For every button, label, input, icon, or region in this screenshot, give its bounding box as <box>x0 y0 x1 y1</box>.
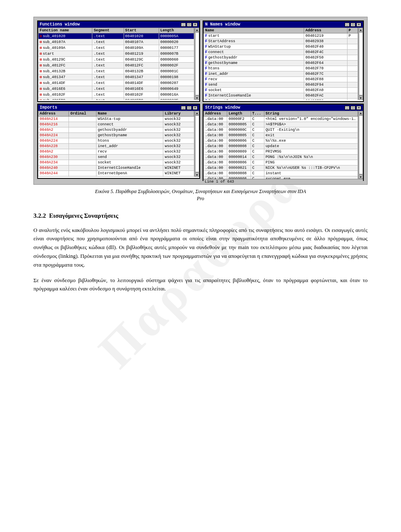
strings-maximize-button[interactable]: □ <box>350 106 355 110</box>
functions-col-name: Function name <box>38 28 92 33</box>
imports-row[interactable]: 0040A248InternetOpenUrlAWININET <box>38 176 194 177</box>
screenshot-area: Functions window _ □ × Function name <box>33 17 368 185</box>
names-close-button[interactable]: × <box>356 23 361 27</box>
imports-row[interactable]: 0040A216connectwsock32 <box>38 122 194 127</box>
strings-close-button[interactable]: × <box>356 106 361 110</box>
names-cell: 00402F40 <box>304 44 347 50</box>
functions-window: Functions window _ □ × Function name <box>37 20 200 102</box>
strings-row[interactable]: .data:0000000006CPING <box>204 160 358 165</box>
names-scroll-down[interactable]: ▼ <box>359 96 363 100</box>
imports-row[interactable]: 0040A2gethostbyaddrwsock32 <box>38 127 194 133</box>
strings-cell: PONG :%s\n\nJOIN %s\n <box>264 155 358 160</box>
imports-scrollbar[interactable]: ▲ ▼ <box>194 111 199 177</box>
imports-row[interactable]: 0040A234socketwsock32 <box>38 160 194 165</box>
functions-row[interactable]: ⊞sub_401EB9.text00401EB90000022E <box>38 98 194 100</box>
names-col-name: Name <box>204 28 304 33</box>
imports-row[interactable]: 0040A230sendwsock32 <box>38 155 194 160</box>
imports-row[interactable]: 0040A2recvwsock32 <box>38 149 194 155</box>
functions-row[interactable]: ⊞sub_40129C.text0040129C00000060 <box>38 57 194 63</box>
strings-row[interactable]: .data:0000000006C%s\%s.exe <box>204 138 358 144</box>
imports-row[interactable]: 0040A214WSASta·tupwsock32 <box>38 117 194 122</box>
names-scrollbar[interactable]: ▲ ▼ <box>358 28 363 100</box>
names-row[interactable]: FInternetCloseHandle00402FAC <box>204 93 358 99</box>
imports-row[interactable]: 0040A228inet_addrwsock32 <box>38 144 194 149</box>
names-row[interactable]: Fhtons00402F70 <box>204 66 358 71</box>
names-cell <box>347 82 358 88</box>
strings-scroll-down[interactable]: ▼ <box>359 175 363 179</box>
names-row[interactable]: Fsend00402F94 <box>204 82 358 88</box>
strings-row[interactable]: .data:0000000021CNICK %s\n\nUSER %s :::T… <box>204 165 358 171</box>
names-cell <box>347 88 358 93</box>
strings-cell: C <box>251 144 264 149</box>
imports-cell: wsock32 <box>163 144 194 149</box>
names-row[interactable]: Fstart00401219P <box>204 33 358 39</box>
imports-cell: wsock32 <box>163 133 194 138</box>
strings-scrollbar[interactable]: ▲ ▼ <box>358 111 363 179</box>
imports-row[interactable]: 0040A224htonswsock32 <box>38 138 194 144</box>
strings-row[interactable]: .data:0000000F2C<html version="1.0" enco… <box>204 117 358 122</box>
names-row[interactable]: FStartAddress00402938 <box>204 39 358 44</box>
names-cell: Fsend <box>204 82 304 88</box>
strings-cell: C <box>251 127 264 133</box>
strings-minimize-button[interactable]: _ <box>345 106 350 110</box>
functions-row[interactable]: ⊞sub_40132B.text0040132B0000001C <box>38 69 194 74</box>
functions-row[interactable]: ⊞sub_40107A.text0040107A00000020 <box>38 39 194 45</box>
names-row[interactable]: Fgethostbyaddr00402F50 <box>204 55 358 61</box>
strings-row[interactable]: .data:0000000008Csvconet.exe <box>204 176 358 179</box>
strings-row[interactable]: .data:0000000014CPONG :%s\n\nJOIN %s\n <box>204 155 358 160</box>
functions-row[interactable]: ⊞sub_401020.text004010200000005A <box>38 33 194 39</box>
functions-cell: 00000198 <box>159 74 194 80</box>
functions-col-start: Start <box>124 28 159 33</box>
imports-cell: WININET <box>163 176 194 177</box>
functions-row[interactable]: ⊞sub_4016E6.text004016E600000649 <box>38 86 194 92</box>
strings-row[interactable]: .data:0000000008Cupdate <box>204 144 358 149</box>
functions-row[interactable]: ⊞sub_40102F.text0040102F0000016A <box>38 92 194 98</box>
strings-row[interactable]: .data:0000000005Cexit <box>204 133 358 138</box>
names-maximize-button[interactable]: □ <box>350 23 355 27</box>
section-heading: 3.2.2 Εισαγόμενες Συναρτήσεις <box>33 212 368 219</box>
functions-row[interactable]: ⊞sub_401347.text0040134700000198 <box>38 74 194 80</box>
strings-cell: <html version="1.0" encoding="windows-12… <box>264 117 358 122</box>
names-row[interactable]: FWSAStartup00402F40 <box>204 44 358 50</box>
imports-maximize-button[interactable]: □ <box>187 106 192 110</box>
names-cell: 00402FB8 <box>304 99 347 100</box>
names-row[interactable]: Fgethostbyname00402F64 <box>204 61 358 66</box>
functions-row[interactable]: ⊞sub_4012FC.text004012FC0000002F <box>38 63 194 69</box>
names-row[interactable]: Fsocket00402FA0 <box>204 88 358 93</box>
names-row[interactable]: Frecv00402F88 <box>204 77 358 82</box>
names-row[interactable]: Finet_addr00402F7C <box>204 71 358 77</box>
strings-row[interactable]: .data:0000000008Cinstant <box>204 171 358 176</box>
names-scroll-up[interactable]: ▲ <box>359 28 363 32</box>
functions-scrollbar[interactable]: ▲ ▼ <box>194 28 199 100</box>
functions-row[interactable]: ⊞start.text004012190000007B <box>38 51 194 57</box>
strings-row[interactable]: .data:000000000CCQUIT ·Exiting\n <box>204 127 358 133</box>
names-row[interactable]: FInternetOpenA00402FB8 <box>204 99 358 100</box>
strings-row[interactable]: .data:0000000005C>A$TPG$A> <box>204 122 358 127</box>
strings-row[interactable]: .data:0000000009CPRIVMSG <box>204 149 358 155</box>
imports-row[interactable]: 0040A224gethostbynamewsock32 <box>38 133 194 138</box>
functions-row[interactable]: ⊞sub_4014DF.text004014DF00000207 <box>38 80 194 86</box>
imports-scroll-up[interactable]: ▲ <box>195 111 199 115</box>
strings-cell: instant <box>264 171 358 176</box>
imports-cell: 0040A216 <box>38 122 69 127</box>
maximize-button[interactable]: □ <box>187 23 192 27</box>
imports-row[interactable]: 0040A244InternetOpenAWININET <box>38 171 194 176</box>
imports-scroll-down[interactable]: ▼ <box>195 173 199 177</box>
strings-scroll-up[interactable]: ▲ <box>359 111 363 115</box>
section-title: Εισαγόμενες Συναρτήσεις <box>49 212 118 219</box>
names-row[interactable]: Fconnect00402F4C <box>204 50 358 55</box>
close-button[interactable]: × <box>193 23 198 27</box>
strings-window-titlebar: Strings window _ □ × <box>203 104 363 111</box>
imports-minimize-button[interactable]: _ <box>181 106 186 110</box>
scroll-down-arrow[interactable]: ▼ <box>195 96 199 100</box>
scroll-up-arrow[interactable]: ▲ <box>195 28 199 32</box>
imports-close-button[interactable]: × <box>193 106 198 110</box>
strings-cell: 00000014 <box>227 155 251 160</box>
functions-row[interactable]: ⊞sub_40109A.text0040109A00000177 <box>38 45 194 51</box>
functions-cell: ⊞sub_40102F <box>38 92 92 98</box>
imports-row[interactable]: 0040A240InternetCloseHandleWININET <box>38 165 194 171</box>
strings-cell: .data:00 <box>204 117 227 122</box>
strings-window-title: Strings window <box>205 105 240 110</box>
names-minimize-button[interactable]: _ <box>345 23 350 27</box>
minimize-button[interactable]: _ <box>181 23 186 27</box>
